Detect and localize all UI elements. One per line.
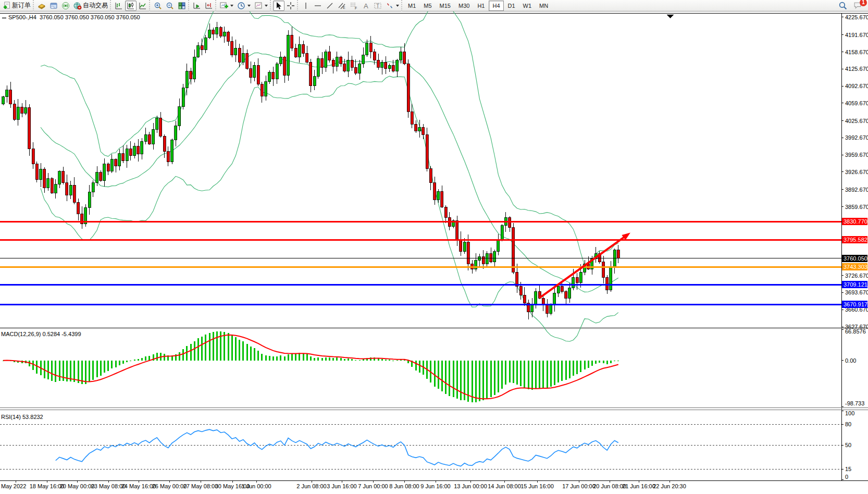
tf-button-h1[interactable]: H1: [474, 1, 488, 11]
tile-windows-button[interactable]: [176, 1, 188, 11]
templates-button[interactable]: [253, 1, 269, 11]
candlestick-chart-icon: [127, 2, 135, 10]
gold-box-icon: [38, 2, 46, 10]
rsi-name: RSI(14): [1, 414, 21, 420]
macd-signal-line: [3, 335, 618, 399]
svg-text:27 May 08:00: 27 May 08:00: [183, 483, 218, 489]
arrows-caret-icon: [396, 5, 399, 7]
signals-button[interactable]: [60, 1, 71, 11]
svg-text:4158.670: 4158.670: [845, 49, 868, 55]
profile-button[interactable]: [48, 1, 59, 11]
svg-text:A: A: [364, 2, 368, 10]
svg-text:0: 0: [845, 474, 848, 480]
tf-button-d1[interactable]: D1: [504, 1, 519, 11]
tf-button-m1[interactable]: M1: [404, 1, 419, 11]
chart-title: SP500-,H4 3760.050 3760.050 3760.050 376…: [2, 14, 140, 20]
svg-text:2 Jun 08:00: 2 Jun 08:00: [296, 483, 327, 489]
svg-text:3726.670: 3726.670: [845, 273, 868, 279]
zoom-in-button[interactable]: [152, 1, 164, 11]
equidistant-channel-button[interactable]: E: [336, 1, 348, 11]
svg-text:T: T: [376, 3, 379, 9]
toolbar-group-cursor: [270, 0, 296, 11]
svg-text:15: 15: [845, 466, 851, 472]
data-folder-button[interactable]: [36, 1, 47, 11]
trendline-button[interactable]: [324, 1, 336, 11]
time-axis: May 202218 May 16:0020 May 00:0023 May 0…: [1, 480, 686, 489]
cursor-icon: [275, 2, 283, 10]
fibonacci-icon: F: [350, 2, 358, 10]
svg-text:3892.670: 3892.670: [845, 187, 868, 193]
quote-low: 3760.050: [91, 14, 115, 20]
chart-canvas[interactable]: 4225.6704191.6704158.6704125.6704092.670…: [0, 11, 868, 494]
vertical-line-button[interactable]: [300, 1, 312, 11]
toolbar-group-chart-type: [110, 0, 148, 11]
bar-chart-button[interactable]: [113, 1, 125, 11]
svg-text:8 Jun 08:00: 8 Jun 08:00: [389, 483, 419, 489]
templates-icon: [254, 2, 263, 10]
svg-text:-98.733: -98.733: [845, 400, 864, 406]
svg-text:0.00: 0.00: [845, 357, 856, 364]
rsi-value: 53.8232: [22, 414, 43, 420]
svg-text:14 Jun 08:00: 14 Jun 08:00: [488, 483, 521, 489]
bollinger-middle: [41, 53, 618, 292]
svg-text:3959.670: 3959.670: [845, 152, 868, 158]
zoom-out-icon: [166, 2, 174, 10]
svg-text:3795.582: 3795.582: [844, 237, 867, 243]
horizontal-line-button[interactable]: [312, 1, 324, 11]
macd-histogram: [3, 331, 619, 403]
arrows-icon: [386, 2, 394, 10]
svg-text:3992.670: 3992.670: [845, 134, 868, 141]
svg-text:3743.303: 3743.303: [844, 264, 867, 270]
tf-button-w1[interactable]: W1: [519, 1, 536, 11]
vertical-line-icon: [302, 2, 310, 10]
horizontal-line-icon: [314, 2, 322, 10]
zoom-in-icon: [154, 2, 162, 10]
tf-button-h4[interactable]: H4: [489, 1, 503, 11]
line-chart-button[interactable]: [137, 1, 148, 11]
text-icon: A: [362, 2, 370, 10]
tf-button-m30[interactable]: M30: [455, 1, 473, 11]
search-icon: [838, 1, 847, 10]
chart-shift-button[interactable]: [203, 1, 215, 11]
svg-text:3830.770: 3830.770: [844, 218, 867, 225]
arrows-button[interactable]: [384, 1, 401, 11]
toolbar-group-trade: 新订单: [1, 0, 32, 11]
new-order-button[interactable]: 新订单: [2, 1, 32, 11]
zoom-out-button[interactable]: [164, 1, 176, 11]
svg-text:3 Jun 16:00: 3 Jun 16:00: [327, 483, 357, 489]
svg-text:4125.670: 4125.670: [845, 66, 868, 72]
notification-badge: 1: [860, 0, 867, 6]
new-chart-icon: [220, 2, 228, 10]
svg-text:E: E: [343, 6, 345, 9]
new-order-icon: [3, 2, 11, 9]
clock-icon: [237, 2, 245, 10]
svg-text:66.8576: 66.8576: [845, 328, 866, 335]
search-button[interactable]: [837, 1, 849, 11]
autotrading-button[interactable]: 自动交易: [72, 1, 109, 11]
text-label-button[interactable]: T: [372, 1, 383, 11]
rsi-line: [56, 429, 618, 466]
cursor-button[interactable]: [273, 1, 284, 11]
text-button[interactable]: A: [360, 1, 371, 11]
new-chart-button[interactable]: [218, 1, 235, 11]
auto-scroll-button[interactable]: [191, 1, 203, 11]
templates-caret-icon: [265, 5, 268, 7]
tf-button-m5[interactable]: M5: [420, 1, 435, 11]
tf-button-m15[interactable]: M15: [436, 1, 454, 11]
notifications-button[interactable]: 1: [852, 1, 864, 11]
auto-scroll-icon: [193, 2, 201, 10]
fibonacci-button[interactable]: F: [348, 1, 359, 11]
chart-shift-marker: [666, 15, 674, 18]
bar-chart-icon: [115, 2, 123, 10]
trendline-icon: [326, 2, 334, 10]
chart-area: 4225.6704191.6704158.6704125.6704092.670…: [0, 11, 868, 494]
signal-icon: [61, 2, 70, 10]
periodicity-caret-icon: [247, 5, 251, 7]
mt4-window: 新订单 自动交易: [0, 0, 868, 494]
crosshair-button[interactable]: [285, 1, 296, 11]
candlestick-chart-button[interactable]: [125, 1, 137, 11]
toolbar-group-lines: E F A T: [297, 0, 401, 11]
chart-title-glyph-icon: [2, 17, 6, 19]
periodicity-button[interactable]: [235, 1, 252, 11]
tf-button-mn[interactable]: MN: [536, 1, 552, 11]
